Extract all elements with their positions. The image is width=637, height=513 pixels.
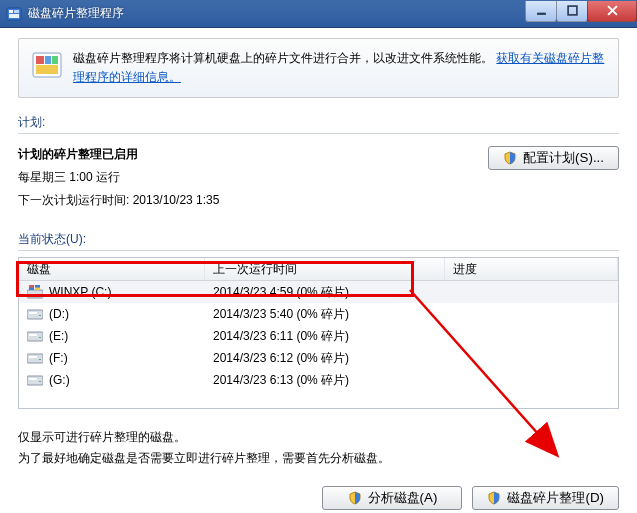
schedule-info: 计划的碎片整理已启用 每星期三 1:00 运行 下一次计划运行时间: 2013/…	[18, 146, 488, 215]
svg-rect-2	[14, 10, 19, 13]
svg-rect-19	[27, 354, 43, 363]
table-row[interactable]: (E:)2014/3/23 6:11 (0% 碎片)	[19, 325, 618, 347]
svg-rect-4	[537, 13, 546, 15]
svg-rect-8	[45, 56, 51, 64]
lastrun-cell: 2014/3/23 5:40 (0% 碎片)	[205, 306, 445, 323]
status-section-label: 当前状态(U):	[18, 231, 619, 248]
disk-cell: (F:)	[19, 351, 205, 365]
col-disk[interactable]: 磁盘	[19, 258, 205, 280]
table-body: WINXP (C:)2014/3/23 4:59 (0% 碎片)(D:)2014…	[19, 281, 618, 391]
disk-name: (E:)	[49, 329, 68, 343]
svg-rect-10	[36, 65, 58, 74]
minimize-button[interactable]	[525, 1, 557, 22]
svg-rect-24	[39, 381, 41, 382]
table-row[interactable]: WINXP (C:)2014/3/23 4:59 (0% 碎片)	[19, 281, 618, 303]
svg-rect-18	[39, 337, 41, 338]
titlebar: 磁盘碎片整理程序	[0, 0, 637, 28]
table-row[interactable]: (F:)2014/3/23 6:12 (0% 碎片)	[19, 347, 618, 369]
schedule-section-label: 计划:	[18, 114, 619, 131]
svg-rect-21	[39, 359, 41, 360]
svg-rect-14	[29, 312, 37, 314]
svg-rect-11	[27, 290, 43, 298]
drive-icon	[27, 351, 43, 365]
footer-note-2: 为了最好地确定磁盘是否需要立即进行碎片整理，需要首先分析磁盘。	[18, 448, 619, 468]
window-buttons	[526, 1, 637, 21]
table-row[interactable]: (G:)2014/3/23 6:13 (0% 碎片)	[19, 369, 618, 391]
disk-cell: (G:)	[19, 373, 205, 387]
table-row[interactable]: (D:)2014/3/23 5:40 (0% 碎片)	[19, 303, 618, 325]
svg-rect-20	[29, 356, 37, 358]
svg-rect-9	[52, 56, 58, 64]
svg-rect-1	[9, 10, 13, 13]
disk-cell: (D:)	[19, 307, 205, 321]
svg-rect-23	[29, 378, 37, 380]
analyze-button[interactable]: 分析磁盘(A)	[322, 486, 462, 510]
configure-schedule-label: 配置计划(S)...	[523, 149, 604, 167]
disk-cell: (E:)	[19, 329, 205, 343]
col-progress[interactable]: 进度	[445, 258, 618, 280]
divider	[18, 133, 619, 134]
drive-icon	[27, 329, 43, 343]
disk-table: 磁盘 上一次运行时间 进度 WINXP (C:)2014/3/23 4:59 (…	[18, 257, 619, 409]
configure-schedule-button[interactable]: 配置计划(S)...	[488, 146, 619, 170]
drive-icon	[27, 373, 43, 387]
close-button[interactable]	[587, 1, 637, 22]
defrag-button[interactable]: 磁盘碎片整理(D)	[472, 486, 619, 510]
shield-icon	[487, 491, 501, 505]
disk-cell: WINXP (C:)	[19, 285, 205, 299]
banner-text: 磁盘碎片整理程序将计算机硬盘上的碎片文件进行合并，以改进文件系统性能。 获取有关…	[73, 49, 606, 87]
svg-rect-7	[36, 56, 44, 64]
svg-rect-5	[568, 6, 577, 15]
maximize-button[interactable]	[556, 1, 588, 22]
lastrun-cell: 2014/3/23 6:13 (0% 碎片)	[205, 372, 445, 389]
shield-icon	[348, 491, 362, 505]
svg-rect-16	[27, 332, 43, 341]
windows-drive-icon	[27, 285, 43, 299]
defrag-icon	[31, 49, 63, 81]
disk-name: (D:)	[49, 307, 69, 321]
col-lastrun[interactable]: 上一次运行时间	[205, 258, 445, 280]
disk-name: WINXP (C:)	[49, 285, 111, 299]
schedule-status: 计划的碎片整理已启用	[18, 146, 488, 163]
banner-description: 磁盘碎片整理程序将计算机硬盘上的碎片文件进行合并，以改进文件系统性能。	[73, 51, 493, 65]
defrag-window: 磁盘碎片整理程序 磁盘碎片整理程序将计算机硬盘上的碎片文件进行合并，以改进文件系…	[0, 0, 637, 513]
lastrun-cell: 2014/3/23 4:59 (0% 碎片)	[205, 284, 445, 301]
info-banner: 磁盘碎片整理程序将计算机硬盘上的碎片文件进行合并，以改进文件系统性能。 获取有关…	[18, 38, 619, 98]
svg-rect-3	[9, 14, 19, 18]
svg-rect-12	[38, 294, 40, 295]
divider	[18, 250, 619, 251]
table-header: 磁盘 上一次运行时间 进度	[19, 258, 618, 281]
svg-rect-15	[39, 315, 41, 316]
footer-notes: 仅显示可进行碎片整理的磁盘。 为了最好地确定磁盘是否需要立即进行碎片整理，需要首…	[18, 427, 619, 468]
window-title: 磁盘碎片整理程序	[28, 5, 526, 22]
analyze-label: 分析磁盘(A)	[368, 489, 438, 507]
lastrun-cell: 2014/3/23 6:12 (0% 碎片)	[205, 350, 445, 367]
schedule-time: 每星期三 1:00 运行	[18, 169, 488, 186]
app-icon	[6, 6, 22, 22]
svg-rect-13	[27, 310, 43, 319]
disk-name: (F:)	[49, 351, 68, 365]
defrag-label: 磁盘碎片整理(D)	[507, 489, 604, 507]
drive-icon	[27, 307, 43, 321]
svg-rect-22	[27, 376, 43, 385]
lastrun-cell: 2014/3/23 6:11 (0% 碎片)	[205, 328, 445, 345]
shield-icon	[503, 151, 517, 165]
svg-rect-17	[29, 334, 37, 336]
footer-note-1: 仅显示可进行碎片整理的磁盘。	[18, 427, 619, 447]
disk-name: (G:)	[49, 373, 70, 387]
schedule-next: 下一次计划运行时间: 2013/10/23 1:35	[18, 192, 488, 209]
